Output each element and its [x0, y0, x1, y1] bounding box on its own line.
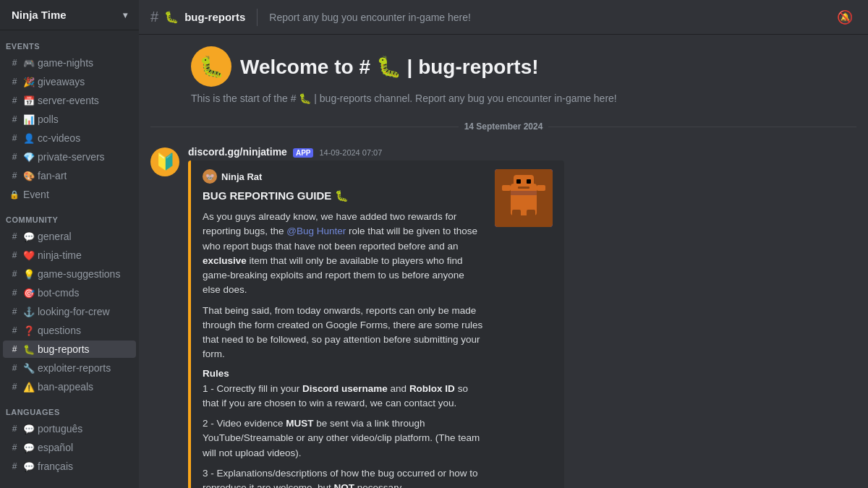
embed-body: 🐭 Ninja Rat BUG REPORTING GUIDE 🐛 As you…	[203, 169, 483, 488]
mention-bug-hunter: @Bug Hunter	[286, 226, 346, 236]
hash-icon: #	[9, 382, 20, 392]
svg-rect-2	[514, 175, 534, 192]
channel-francais[interactable]: # 💬 français	[3, 458, 136, 475]
channel-cc-videos[interactable]: # 👤 cc-videos	[3, 129, 136, 147]
svg-rect-10	[527, 210, 535, 221]
channel-game-suggestions[interactable]: # 💡 game-suggestions	[3, 265, 136, 283]
channel-name: bug-reports	[38, 343, 90, 355]
hash-icon: #	[9, 95, 20, 106]
hash-icon: #	[9, 442, 20, 453]
message-timestamp: 14-09-2024 07:07	[319, 148, 382, 157]
channel-name: português	[38, 423, 82, 435]
channel-emoji: 🐛	[23, 344, 35, 355]
channel-emoji: ⚠️	[23, 382, 35, 393]
divider-line-left	[150, 127, 459, 127]
channel-bot-cmds[interactable]: # 🎯 bot-cmds	[3, 284, 136, 301]
channel-private-servers[interactable]: # 💎 private-servers	[3, 148, 136, 166]
hash-icon: #	[9, 288, 20, 298]
svg-rect-9	[512, 210, 521, 221]
svg-rect-6	[511, 191, 537, 195]
topbar-channel-name: bug-reports	[184, 11, 245, 23]
sidebar: Ninja Time ▾ EVENTS # 🎮 game-nights # 🎉 …	[0, 0, 139, 488]
section-languages: LANGUAGES	[0, 396, 139, 419]
channel-polls[interactable]: # 📊 polls	[3, 111, 136, 128]
hash-icon: #	[9, 114, 20, 124]
channel-event[interactable]: 🔒 Event	[3, 186, 136, 203]
welcome-subtitle: This is the start of the # 🐛 | bug-repor…	[191, 93, 856, 104]
channel-emoji: 👤	[23, 133, 35, 144]
channel-looking-for-crew[interactable]: # ⚓ looking-for-crew	[3, 303, 136, 320]
channel-name: español	[38, 442, 73, 453]
hash-icon: #	[9, 58, 20, 68]
channel-name: bot-cmds	[38, 287, 80, 299]
svg-rect-5	[518, 187, 529, 189]
channel-emoji: ❤️	[23, 250, 35, 261]
channel-name: ban-appeals	[38, 381, 93, 393]
message-header: discord.gg/ninjatime APP 14-09-2024 07:0…	[188, 146, 856, 158]
channel-name: giveaways	[38, 76, 85, 87]
channel-name: server-events	[38, 95, 99, 106]
hash-icon: #	[9, 325, 20, 335]
date-text: 14 September 2024	[464, 121, 543, 132]
embed-author: 🐭 Ninja Rat	[203, 169, 483, 184]
hash-icon: #	[9, 77, 20, 87]
channel-name: Event	[23, 189, 49, 200]
notification-bell-icon[interactable]: 🔕	[833, 6, 856, 29]
channel-name: game-nights	[38, 57, 93, 69]
channel-emoji: 🎯	[23, 288, 35, 299]
server-name: Ninja Time	[12, 9, 67, 21]
channel-general[interactable]: # 💬 general	[3, 228, 136, 245]
channel-questions[interactable]: # ❓ questions	[3, 322, 136, 339]
section-community: COMMUNITY	[0, 204, 139, 227]
sender-name: discord.gg/ninjatime	[188, 146, 287, 158]
channel-welcome: 🐛 Welcome to # 🐛 | bug-reports! This is …	[139, 35, 868, 110]
svg-rect-3	[516, 179, 521, 184]
main-content: # 🐛 bug-reports Report any bug you encou…	[139, 0, 868, 488]
channel-emoji: ⚓	[23, 307, 35, 317]
channel-server-events[interactable]: # 📅 server-events	[3, 92, 136, 109]
hash-icon: #	[9, 269, 20, 279]
embed-author-name: Ninja Rat	[221, 171, 262, 182]
channel-game-nights[interactable]: # 🎮 game-nights	[3, 54, 136, 72]
hash-icon: #	[9, 424, 20, 434]
channel-ban-appeals[interactable]: # ⚠️ ban-appeals	[3, 378, 136, 395]
channel-giveaways[interactable]: # 🎉 giveaways	[3, 73, 136, 90]
message-content-area: 🐛 Welcome to # 🐛 | bug-reports! This is …	[139, 35, 868, 488]
channel-espanol[interactable]: # 💬 español	[3, 439, 136, 456]
rules-title: Rules	[203, 368, 483, 379]
welcome-title-text: Welcome to # 🐛 | bug-reports!	[240, 55, 539, 79]
channel-exploiter-reports[interactable]: # 🔧 exploiter-reports	[3, 359, 136, 377]
embed-rule1: 1 - Correctly fill in your Discord usern…	[203, 382, 483, 411]
channel-bug-emoji: 🐛	[164, 10, 179, 24]
channel-bug-reports[interactable]: # 🐛 bug-reports 👤+	[3, 341, 136, 358]
hash-icon: #	[9, 133, 20, 143]
topbar-actions: 🔕	[833, 6, 856, 29]
svg-rect-8	[537, 185, 545, 191]
channel-emoji: 💎	[23, 152, 35, 163]
hash-icon: #	[9, 344, 20, 354]
server-header[interactable]: Ninja Time ▾	[0, 0, 139, 30]
channel-icon-large: 🐛	[191, 46, 231, 87]
channel-name: private-servers	[38, 151, 105, 163]
channel-name: general	[38, 231, 72, 242]
hash-icon: #	[9, 231, 20, 241]
channel-emoji: 💬	[23, 424, 35, 435]
channel-name: game-suggestions	[38, 268, 120, 280]
channel-ninja-time[interactable]: # ❤️ ninja-time	[3, 247, 136, 264]
channel-emoji: 🔧	[23, 363, 35, 374]
message-group-bot: 🔰 discord.gg/ninjatime APP 14-09-2024 07…	[139, 143, 868, 488]
channel-name: français	[38, 461, 73, 472]
hash-icon: #	[9, 307, 20, 317]
hash-icon: #	[9, 461, 20, 471]
bot-avatar: 🔰	[150, 147, 179, 176]
lock-icon: 🔒	[9, 190, 20, 200]
svg-rect-4	[527, 179, 531, 184]
channel-emoji: 🎨	[23, 171, 35, 181]
channel-portugues[interactable]: # 💬 português	[3, 420, 136, 437]
channel-fan-art[interactable]: # 🎨 fan-art	[3, 167, 136, 184]
channel-name: questions	[38, 325, 81, 336]
embed-para2: That being said, from today onwards, rep…	[203, 304, 483, 362]
channel-name: polls	[38, 114, 59, 125]
channel-emoji: 📅	[23, 95, 35, 106]
svg-rect-7	[502, 185, 511, 191]
